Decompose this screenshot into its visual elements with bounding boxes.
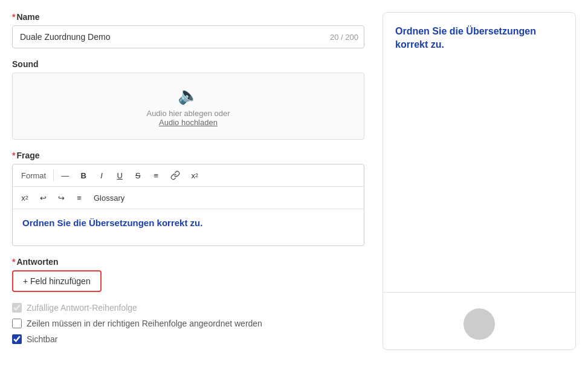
italic-button[interactable]: I: [93, 167, 110, 184]
sound-label: Sound: [12, 59, 364, 69]
visible-label: Sichtbar: [27, 334, 57, 344]
char-count: 20 / 200: [330, 33, 358, 42]
editor-text: Ordnen Sie die Übersetzungen korrekt zu.: [22, 218, 202, 228]
underline-button[interactable]: U: [111, 167, 128, 184]
dash-button[interactable]: —: [56, 167, 74, 184]
correct-order-checkbox[interactable]: [12, 319, 22, 328]
random-order-checkbox[interactable]: [12, 303, 22, 313]
editor-container: Format — B I U S ≡ x2 x2 ↩: [12, 164, 364, 246]
name-label: * Name: [12, 12, 364, 22]
sound-drop-text: Audio hier ablegen oder: [146, 109, 230, 118]
sound-field-group: Sound 🔈 Audio hier ablegen oder Audio ho…: [12, 59, 364, 140]
frage-field-group: * Frage Format — B I U S ≡ x2: [12, 151, 364, 246]
sound-icon: 🔈: [178, 85, 199, 105]
name-input[interactable]: [12, 25, 364, 48]
toolbar-separator-1: [53, 169, 54, 181]
audio-upload-link[interactable]: Audio hochladen: [159, 118, 218, 127]
preview-divider: [383, 292, 575, 293]
antworten-field-group: * Antworten + Feld hinzufügen: [12, 257, 364, 292]
bold-button[interactable]: B: [75, 167, 92, 184]
correct-order-checkbox-row: Zeilen müssen in der richtigen Reihenfol…: [12, 319, 364, 328]
preview-circle: [464, 308, 495, 340]
name-field-group: * Name 20 / 200: [12, 12, 364, 48]
preview-top: Ordnen Sie die Übersetzungen korrekt zu.: [383, 13, 575, 292]
link-button[interactable]: [166, 167, 185, 184]
frage-label: * Frage: [12, 151, 364, 160]
editor-content[interactable]: Ordnen Sie die Übersetzungen korrekt zu.: [13, 209, 364, 245]
link-icon: [170, 171, 180, 180]
add-field-button[interactable]: + Feld hinzufügen: [12, 270, 102, 292]
visible-checkbox[interactable]: [12, 334, 22, 344]
left-panel: * Name 20 / 200 Sound 🔈 Audio hier ableg…: [12, 12, 364, 350]
visible-checkbox-row: Sichtbar: [12, 334, 364, 344]
list-button[interactable]: ≡: [147, 167, 164, 184]
name-required-star: *: [12, 12, 15, 22]
antworten-label: * Antworten: [12, 257, 364, 267]
random-order-checkbox-row: Zufällige Antwort-Reihenfolge: [12, 303, 364, 313]
preview-question: Ordnen Sie die Übersetzungen korrekt zu.: [395, 25, 563, 52]
antworten-required-star: *: [12, 257, 15, 267]
strikethrough-button[interactable]: S: [129, 167, 146, 184]
preview-bottom: [383, 299, 575, 349]
frage-required-star: *: [12, 151, 15, 160]
sound-drop-area[interactable]: 🔈 Audio hier ablegen oder Audio hochlade…: [12, 73, 364, 140]
toolbar-row-2: x2 ↩ ↪ ≡ Glossary: [13, 187, 364, 209]
glossary-button[interactable]: Glossary: [89, 189, 129, 206]
preview-panel: Ordnen Sie die Übersetzungen korrekt zu.: [383, 12, 576, 350]
random-order-label: Zufällige Antwort-Reihenfolge: [27, 303, 137, 313]
correct-order-label: Zeilen müssen in der richtigen Reihenfol…: [27, 319, 262, 328]
subscript-button[interactable]: x2: [16, 189, 33, 206]
toolbar-row-1: Format — B I U S ≡ x2: [13, 164, 364, 187]
name-input-wrapper: 20 / 200: [12, 25, 364, 48]
align-button[interactable]: ≡: [71, 189, 88, 206]
superscript-button[interactable]: x2: [186, 167, 203, 184]
undo-button[interactable]: ↩: [34, 189, 51, 206]
format-button[interactable]: Format: [16, 167, 51, 184]
redo-button[interactable]: ↪: [53, 189, 69, 206]
